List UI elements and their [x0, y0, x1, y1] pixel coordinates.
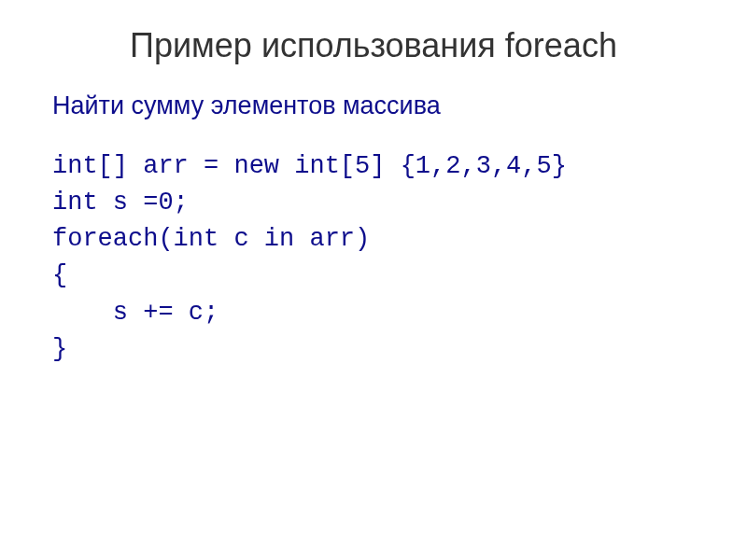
code-block: int[] arr = new int[5] {1,2,3,4,5}int s …: [52, 148, 695, 368]
code-line: }: [52, 331, 695, 368]
slide: Пример использования foreach Найти сумму…: [0, 0, 747, 560]
code-line: s += c;: [52, 295, 695, 331]
code-line: int[] arr = new int[5] {1,2,3,4,5}: [52, 148, 695, 185]
code-line: {: [52, 258, 695, 294]
slide-subtitle: Найти сумму элементов массива: [52, 91, 695, 120]
code-line: int s =0;: [52, 185, 695, 221]
code-line: foreach(int c in arr): [52, 221, 695, 258]
slide-title: Пример использования foreach: [52, 26, 695, 65]
